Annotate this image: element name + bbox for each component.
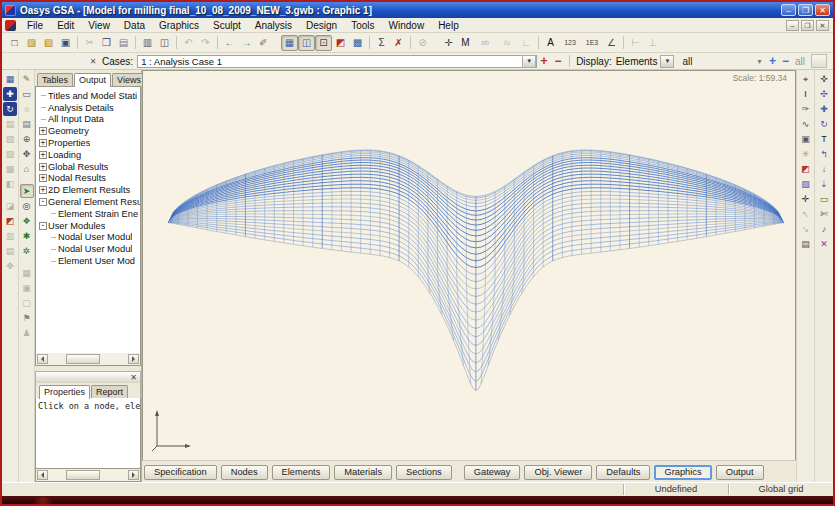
check-tool-icon[interactable]: ◪	[3, 199, 17, 213]
properties-close-icon[interactable]: ✕	[130, 373, 140, 382]
delete-results-icon[interactable]: ✗	[390, 35, 407, 51]
split-icon[interactable]: ✕	[817, 237, 831, 251]
tab-gateway[interactable]: Gateway	[464, 465, 521, 480]
join-icon[interactable]: ♪	[817, 222, 831, 236]
redo-icon[interactable]: ↷	[197, 35, 214, 51]
tree-item[interactable]: + Properties	[38, 137, 140, 149]
label-fraction-icon[interactable]: /u	[496, 35, 518, 51]
separator[interactable]	[135, 36, 136, 49]
separator[interactable]	[176, 36, 177, 49]
tree-expand-icon[interactable]: +	[38, 186, 48, 194]
back-icon[interactable]: ←	[221, 35, 238, 51]
mesh-tool-icon[interactable]: ▩	[3, 162, 17, 176]
tree-item[interactable]: Element Strain Ene	[48, 208, 140, 220]
child-close-button[interactable]: ✕	[816, 20, 829, 31]
tree-item[interactable]: + 2D Element Results	[38, 184, 140, 196]
print-preview-icon[interactable]: ◫	[156, 35, 173, 51]
open-icon[interactable]: ▨	[23, 35, 40, 51]
case-decrement-button[interactable]: −	[551, 54, 565, 68]
display-dropdown-icon[interactable]: ▼	[660, 55, 674, 68]
panel-close-icon[interactable]: ✕	[88, 57, 98, 66]
modify-icon[interactable]: ✥	[20, 147, 34, 161]
maximize-button[interactable]: ❐	[798, 4, 813, 16]
film-icon[interactable]: ▤	[799, 237, 813, 251]
tab-materials[interactable]: Materials	[334, 465, 392, 480]
tree-expand-icon[interactable]: +	[38, 174, 48, 182]
tab-obj-viewer[interactable]: Obj. Viewer	[524, 465, 592, 480]
scroll-left-icon[interactable]	[37, 354, 48, 364]
joint-tool-icon[interactable]: ▦	[20, 266, 34, 280]
close-button[interactable]: ✕	[815, 4, 830, 16]
home-icon[interactable]: ⌂	[20, 162, 34, 176]
new-icon[interactable]: □	[6, 35, 23, 51]
globe-icon[interactable]: ⊕	[20, 132, 34, 146]
tree-item[interactable]: + Geometry	[38, 125, 140, 137]
effects-icon[interactable]: ✳	[799, 147, 813, 161]
area-tool-icon[interactable]: ▧	[3, 132, 17, 146]
list-tool-icon[interactable]: ▤	[3, 244, 17, 258]
spacer[interactable]	[431, 35, 440, 51]
ibeam-icon[interactable]: I	[799, 87, 813, 101]
tree-expand-icon[interactable]	[38, 95, 48, 96]
cases-combobox[interactable]: 1 : Analysis Case 1 ▼	[137, 55, 537, 68]
select-arrow-icon[interactable]: ➤	[20, 184, 34, 198]
diagram-view-icon[interactable]: ▩	[349, 35, 366, 51]
tree-expand-icon[interactable]	[48, 237, 58, 238]
child-minimize-button[interactable]: –	[786, 20, 799, 31]
lamp-icon[interactable]: ☼	[20, 102, 34, 116]
tree-item[interactable]: Nodal User Modul	[48, 232, 140, 244]
tab-sections[interactable]: Sections	[396, 465, 452, 480]
menu-item[interactable]: Graphics	[152, 20, 206, 31]
tab-tables[interactable]: Tables	[37, 73, 73, 86]
palette2-icon[interactable]: ◩	[799, 162, 813, 176]
menu-item[interactable]: Tools	[344, 20, 381, 31]
select-cursor-icon[interactable]: ✛	[440, 35, 457, 51]
angle-icon[interactable]: ∠	[603, 35, 620, 51]
properties-panel-grip[interactable]: ✕	[35, 371, 141, 383]
move-tool-icon[interactable]: ✥	[3, 259, 17, 273]
scroll-right-icon[interactable]	[128, 354, 139, 364]
tree-item[interactable]: Titles and Model Stati	[38, 90, 140, 102]
adjust-icon[interactable]: ✜	[817, 72, 831, 86]
view-list-icon[interactable]: ▦	[3, 72, 17, 86]
sculpt-pencil-icon[interactable]: ✎	[20, 72, 34, 86]
menu-item[interactable]: View	[81, 20, 117, 31]
list-add-button[interactable]: +	[769, 54, 776, 68]
tab-nodes[interactable]: Nodes	[221, 465, 268, 480]
spacer[interactable]	[21, 177, 33, 183]
tree-item[interactable]: Nodal User Modul	[48, 243, 140, 255]
tree-item[interactable]: - User Modules	[38, 220, 140, 232]
flag-icon[interactable]: ⚑	[20, 311, 34, 325]
drop-icon[interactable]: ⇣	[817, 177, 831, 191]
exponent-icon[interactable]: 1E3	[581, 35, 603, 51]
region-tool-icon[interactable]: ▨	[3, 147, 17, 161]
tab-specification[interactable]: Specification	[144, 465, 217, 480]
pen-icon[interactable]: ✑	[799, 102, 813, 116]
down-icon[interactable]: ↓	[817, 162, 831, 176]
list-remove-button[interactable]: −	[782, 54, 789, 68]
paste-icon[interactable]: ▤	[115, 35, 132, 51]
properties-horizontal-scrollbar[interactable]	[35, 469, 141, 482]
abacus-icon[interactable]: ▤	[20, 117, 34, 131]
menu-item[interactable]: Data	[117, 20, 152, 31]
table-view-icon[interactable]: ◫	[298, 35, 315, 51]
update-icon[interactable]: ↻	[3, 102, 17, 116]
tab-output-bottom[interactable]: Output	[716, 465, 764, 480]
numbers-icon[interactable]: 123	[559, 35, 581, 51]
graphic-view-icon[interactable]: ▦	[281, 35, 298, 51]
fix-tool-icon[interactable]: ▥	[3, 229, 17, 243]
branch-icon[interactable]: ↰	[817, 147, 831, 161]
pan-icon[interactable]: ✛	[799, 192, 813, 206]
separator[interactable]	[410, 36, 411, 49]
graphics-viewport[interactable]: Scale: 1:59.34	[142, 70, 796, 460]
stop-icon[interactable]: ⊘	[414, 35, 431, 51]
node-tool-icon[interactable]: ▣	[20, 281, 34, 295]
scroll-thumb[interactable]	[66, 354, 100, 364]
camera-icon[interactable]: ▣	[799, 132, 813, 146]
menu-item[interactable]: Sculpt	[206, 20, 248, 31]
beam-tool-icon[interactable]: ▢	[20, 296, 34, 310]
gears-icon[interactable]: ✱	[20, 229, 34, 243]
text-tool-icon[interactable]: T	[817, 132, 831, 146]
label-ab-icon[interactable]: ab	[474, 35, 496, 51]
tree-expand-icon[interactable]	[48, 261, 58, 262]
